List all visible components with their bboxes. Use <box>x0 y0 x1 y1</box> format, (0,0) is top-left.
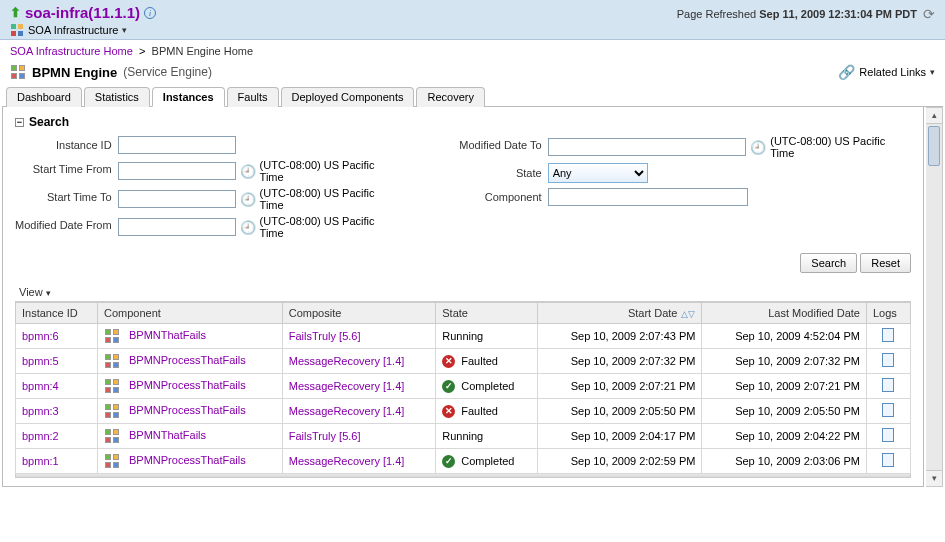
scroll-up-icon[interactable]: ▴ <box>926 108 942 124</box>
tab-statistics[interactable]: Statistics <box>84 87 150 107</box>
component-link[interactable]: BPMNProcessThatFails <box>129 404 246 416</box>
component-field[interactable] <box>548 188 748 206</box>
breadcrumb-current: BPMN Engine Home <box>152 45 254 57</box>
tab-recovery[interactable]: Recovery <box>416 87 484 107</box>
label-instance-id: Instance ID <box>15 135 112 155</box>
state-cell: ✓Completed <box>436 449 538 474</box>
component-link[interactable]: BPMNThatFails <box>129 429 206 441</box>
calendar-icon[interactable]: 🕘 <box>240 164 256 179</box>
log-icon[interactable] <box>882 353 894 367</box>
collapse-icon[interactable]: − <box>15 118 24 127</box>
tab-deployed[interactable]: Deployed Components <box>281 87 415 107</box>
component-link[interactable]: BPMNProcessThatFails <box>129 354 246 366</box>
component-icon <box>104 353 120 369</box>
composite-link[interactable]: MessageRecovery [1.4] <box>289 405 405 417</box>
log-icon[interactable] <box>882 428 894 442</box>
component-icon <box>104 378 120 394</box>
chevron-down-icon: ▾ <box>930 67 935 77</box>
tab-dashboard[interactable]: Dashboard <box>6 87 82 107</box>
check-icon: ✓ <box>442 380 455 393</box>
infra-menu[interactable]: SOA Infrastructure <box>28 24 118 36</box>
refresh-icon[interactable]: ⟳ <box>923 6 935 22</box>
info-icon[interactable]: i <box>144 7 156 19</box>
composite-link[interactable]: MessageRecovery [1.4] <box>289 380 405 392</box>
start-date: Sep 10, 2009 2:05:50 PM <box>537 399 701 424</box>
log-icon[interactable] <box>882 403 894 417</box>
table-row: bpmn:5 BPMNProcessThatFailsMessageRecove… <box>16 349 911 374</box>
log-icon[interactable] <box>882 378 894 392</box>
table-row: bpmn:1 BPMNProcessThatFailsMessageRecove… <box>16 449 911 474</box>
mod-from-field[interactable] <box>118 218 236 236</box>
label-component: Component <box>459 187 541 207</box>
component-link[interactable]: BPMNProcessThatFails <box>129 454 246 466</box>
search-button[interactable]: Search <box>800 253 857 273</box>
composite-link[interactable]: FailsTruly [5.6] <box>289 430 361 442</box>
instance-link[interactable]: bpmn:2 <box>22 430 59 442</box>
scroll-down-icon[interactable]: ▾ <box>926 470 942 486</box>
component-link[interactable]: BPMNProcessThatFails <box>129 379 246 391</box>
label-state: State <box>459 163 541 183</box>
calendar-icon[interactable]: 🕘 <box>750 140 766 155</box>
sort-asc-icon: △▽ <box>681 309 695 319</box>
col-logs[interactable]: Logs <box>866 303 910 324</box>
log-icon[interactable] <box>882 328 894 342</box>
start-from-field[interactable] <box>118 162 236 180</box>
app-title: soa-infra(11.1.1) <box>25 4 140 21</box>
col-last-mod[interactable]: Last Modified Date <box>702 303 866 324</box>
composite-link[interactable]: FailsTruly [5.6] <box>289 330 361 342</box>
breadcrumb-home[interactable]: SOA Infrastructure Home <box>10 45 133 57</box>
calendar-icon[interactable]: 🕘 <box>240 220 256 235</box>
instance-link[interactable]: bpmn:3 <box>22 405 59 417</box>
tab-bar: Dashboard Statistics Instances Faults De… <box>2 86 943 107</box>
instance-link[interactable]: bpmn:6 <box>22 330 59 342</box>
mod-to-field[interactable] <box>548 138 747 156</box>
composite-link[interactable]: MessageRecovery [1.4] <box>289 355 405 367</box>
engine-icon <box>10 64 26 80</box>
label-mod-to: Modified Date To <box>459 135 541 159</box>
app-header: ⬆ soa-infra(11.1.1) i SOA Infrastructure… <box>0 0 945 40</box>
instance-id-field[interactable] <box>118 136 236 154</box>
instance-link[interactable]: bpmn:1 <box>22 455 59 467</box>
log-icon[interactable] <box>882 453 894 467</box>
search-heading: − Search <box>15 115 911 129</box>
calendar-icon[interactable]: 🕘 <box>240 192 256 207</box>
state-cell: ✕Faulted <box>436 349 538 374</box>
state-cell: ✓Completed <box>436 374 538 399</box>
col-component[interactable]: Component <box>97 303 282 324</box>
engine-subtitle: (Service Engine) <box>123 65 212 79</box>
table-row: bpmn:6 BPMNThatFailsFailsTruly [5.6]Runn… <box>16 324 911 349</box>
col-state[interactable]: State <box>436 303 538 324</box>
component-icon <box>104 428 120 444</box>
col-composite[interactable]: Composite <box>282 303 435 324</box>
mod-date: Sep 10, 2009 2:07:32 PM <box>702 349 866 374</box>
col-start-date[interactable]: Start Date△▽ <box>537 303 701 324</box>
start-date: Sep 10, 2009 2:02:59 PM <box>537 449 701 474</box>
tab-faults[interactable]: Faults <box>227 87 279 107</box>
instance-link[interactable]: bpmn:5 <box>22 355 59 367</box>
check-icon: ✓ <box>442 455 455 468</box>
mod-date: Sep 10, 2009 2:05:50 PM <box>702 399 866 424</box>
table-row: bpmn:2 BPMNThatFailsFailsTruly [5.6]Runn… <box>16 424 911 449</box>
state-select[interactable]: Any <box>548 163 648 183</box>
reset-button[interactable]: Reset <box>860 253 911 273</box>
instance-link[interactable]: bpmn:4 <box>22 380 59 392</box>
view-menu[interactable]: View▾ <box>15 283 911 302</box>
tab-content: − Search Instance ID Start Time From 🕘 (… <box>2 107 924 487</box>
page-refresh-info: Page Refreshed Sep 11, 2009 12:31:04 PM … <box>677 6 935 22</box>
component-link[interactable]: BPMNThatFails <box>129 329 206 341</box>
mod-date: Sep 10, 2009 4:52:04 PM <box>702 324 866 349</box>
scroll-thumb[interactable] <box>928 126 940 166</box>
label-start-from: Start Time From <box>15 159 112 183</box>
col-instance-id[interactable]: Instance ID <box>16 303 98 324</box>
related-links[interactable]: 🔗 Related Links ▾ <box>838 64 935 80</box>
composite-link[interactable]: MessageRecovery [1.4] <box>289 455 405 467</box>
mod-date: Sep 10, 2009 2:04:22 PM <box>702 424 866 449</box>
tab-instances[interactable]: Instances <box>152 87 225 107</box>
start-to-field[interactable] <box>118 190 236 208</box>
start-date: Sep 10, 2009 2:07:43 PM <box>537 324 701 349</box>
chevron-down-icon[interactable]: ▾ <box>122 25 127 35</box>
state-cell: ✕Faulted <box>436 399 538 424</box>
component-icon <box>104 328 120 344</box>
state-cell: Running <box>436 424 538 449</box>
vertical-scrollbar[interactable]: ▴ ▾ <box>926 107 943 487</box>
